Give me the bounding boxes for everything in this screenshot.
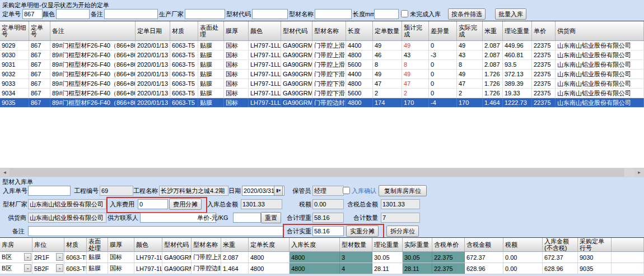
table-row[interactable]: B区⌄5B2F⌄6063-T5贴膜国标LH797-1LL0GA90GRM05门带… xyxy=(0,263,644,274)
cell: 6063-T5 xyxy=(170,41,198,50)
cell: 2020/01/13 xyxy=(136,98,170,107)
column-header-14[interactable]: 含税单价 xyxy=(432,238,465,251)
column-header-9[interactable]: 定单长度 xyxy=(249,238,290,251)
column-header-2[interactable]: 备注 xyxy=(50,21,136,40)
cell: 28.11 xyxy=(403,263,432,274)
column-header-16[interactable]: 税额 xyxy=(503,238,543,251)
column-header-10[interactable]: 长度 xyxy=(346,21,373,40)
cell: 89#门框型材F26-F40（866+867） xyxy=(50,98,136,107)
filter-by-condition-button[interactable]: 按条件筛选 xyxy=(448,8,486,20)
calendar-dropdown-icon[interactable]: ▮▾ xyxy=(274,186,283,196)
fee-share-button[interactable]: 费用分摊 xyxy=(169,199,202,210)
column-header-17[interactable]: 入库金额(不含税) xyxy=(543,238,578,251)
inbound-fee-input[interactable] xyxy=(138,199,168,209)
column-header-14[interactable]: 实际完成 xyxy=(457,21,483,40)
dropdown-arrow-icon[interactable]: ⌄ xyxy=(24,253,31,261)
cell: 6063-T5 xyxy=(170,89,198,98)
project-no-input[interactable] xyxy=(100,186,133,196)
column-header-11[interactable]: 定单数量 xyxy=(373,21,402,40)
color-input[interactable] xyxy=(56,9,90,19)
column-header-0[interactable]: 库房 xyxy=(0,238,32,251)
scroll-left-arrow-icon[interactable]: ◂ xyxy=(0,168,10,177)
supplier-input[interactable] xyxy=(28,213,106,223)
column-header-15[interactable]: 米重 xyxy=(483,21,503,40)
horizontal-scrollbar[interactable]: ◂ ▸ xyxy=(0,168,644,177)
keeper-input[interactable] xyxy=(312,186,344,196)
column-header-1[interactable]: 库位 xyxy=(32,238,64,251)
split-location-button[interactable]: 拆分库位 xyxy=(386,226,419,237)
column-header-0[interactable]: 定单明细号 xyxy=(0,21,29,40)
dropdown-arrow-icon[interactable]: ⌄ xyxy=(56,264,63,272)
column-header-17[interactable]: 单价 xyxy=(532,21,556,40)
unit-price-input[interactable] xyxy=(233,213,261,223)
inbound-no-input[interactable] xyxy=(28,186,71,196)
column-header-12[interactable]: 理论重量 xyxy=(372,238,403,251)
total-theory-weight-input[interactable] xyxy=(312,213,344,223)
column-header-13[interactable]: 差异量 xyxy=(429,21,457,40)
cell: LH797-1LL0 xyxy=(134,252,162,263)
column-header-4[interactable]: 膜厚 xyxy=(108,238,134,251)
column-header-3[interactable]: 定单日期 xyxy=(136,21,170,40)
dropdown-arrow-icon[interactable]: ⌄ xyxy=(24,264,31,272)
batch-inbound-button[interactable]: 批量入库 xyxy=(495,8,526,20)
column-header-4[interactable]: 材质 xyxy=(170,21,198,40)
scroll-right-arrow-icon[interactable]: ▸ xyxy=(634,168,644,177)
cell: 89#门框型材F26-F40（866+867） xyxy=(50,41,136,50)
table-row[interactable]: B区⌄2R1F⌄6063-T5贴膜国标LH797-1LL0GA90GRM03门带… xyxy=(0,252,644,263)
dropdown-arrow-icon[interactable]: ⌄ xyxy=(56,253,63,261)
order-no-input[interactable] xyxy=(22,9,43,19)
total-amount-input[interactable] xyxy=(241,199,282,209)
column-header-7[interactable]: 型材名称 xyxy=(192,238,221,251)
column-header-11[interactable]: 型材数量 xyxy=(340,238,372,251)
column-header-3[interactable]: 表面处理 xyxy=(87,238,108,251)
cell: 867 xyxy=(29,70,50,79)
tax-input[interactable] xyxy=(312,199,344,209)
inbound-remark-input[interactable] xyxy=(28,226,283,236)
column-header-1[interactable]: 定单号 xyxy=(29,21,50,40)
table-row[interactable]: 903386789#门框型材F26-F40（866+867）2020/01/13… xyxy=(0,79,644,89)
project-name-input[interactable] xyxy=(159,186,228,196)
actual-weight-share-button[interactable]: 实重分摊 xyxy=(346,226,379,237)
cell: 867 xyxy=(29,50,50,59)
cell: 9035 xyxy=(578,263,612,274)
reset-button[interactable]: 重置 xyxy=(261,212,281,223)
cell: 0 xyxy=(429,89,457,98)
column-header-13[interactable]: 实际重量 xyxy=(403,238,432,251)
column-header-6[interactable]: 膜厚 xyxy=(224,21,249,40)
table-row[interactable]: 902986789#门框型材F26-F40（866+867）2020/01/13… xyxy=(0,41,644,50)
column-header-12[interactable]: 预计完成 xyxy=(402,21,429,40)
column-header-10[interactable]: 入库长度 xyxy=(290,238,340,251)
table-row[interactable]: 903086789#门框型材F26-F40（866+867）2020/01/13… xyxy=(0,50,644,60)
profile-name-input[interactable] xyxy=(315,9,352,19)
total-actual-weight-input[interactable] xyxy=(312,226,344,236)
column-header-5[interactable]: 表面处理 xyxy=(198,21,224,40)
table-row[interactable]: 903486789#门框型材F26-F40（866+867）2020/01/13… xyxy=(0,89,644,98)
column-header-6[interactable]: 型材代码 xyxy=(162,238,192,251)
column-header-16[interactable]: 理论重量 xyxy=(503,21,532,40)
profile-code-input[interactable] xyxy=(252,9,288,19)
length-input[interactable] xyxy=(374,9,399,19)
column-header-7[interactable]: 颜色 xyxy=(249,21,281,40)
column-header-9[interactable]: 型材名称 xyxy=(312,21,346,40)
table-row[interactable]: 903286789#门框型材F26-F40（866+867）2020/01/13… xyxy=(0,70,644,79)
column-header-5[interactable]: 颜色 xyxy=(134,238,162,251)
unfinished-inbound-checkbox[interactable] xyxy=(401,10,408,17)
manufacturer-input[interactable] xyxy=(185,9,225,19)
cell: 国标 xyxy=(224,70,249,79)
column-header-18[interactable]: 采购定单行号 xyxy=(578,238,612,251)
table-row[interactable]: 903586789#门框型材F26-F40（866+867）2020/01/13… xyxy=(0,98,644,108)
column-header-18[interactable]: 供货商 xyxy=(556,21,644,40)
column-header-15[interactable]: 含税金额 xyxy=(465,238,503,251)
column-header-2[interactable]: 材质 xyxy=(64,238,87,251)
profile-manufacturer-input[interactable] xyxy=(28,199,106,209)
total-with-tax-input[interactable] xyxy=(381,199,420,209)
remark-input[interactable] xyxy=(104,9,158,19)
copy-warehouse-location-button[interactable]: 复制库房库位 xyxy=(379,185,427,196)
total-qty-input[interactable] xyxy=(381,213,420,223)
table-row[interactable]: 903186789#门框型材F26-F40（866+867）2020/01/13… xyxy=(0,60,644,70)
scrollbar-thumb[interactable] xyxy=(10,168,624,177)
column-header-19[interactable] xyxy=(612,238,644,251)
inbound-confirm-checkbox[interactable] xyxy=(343,187,350,194)
column-header-8[interactable]: 型材代码 xyxy=(281,21,312,40)
column-header-8[interactable]: 米重 xyxy=(221,238,249,251)
